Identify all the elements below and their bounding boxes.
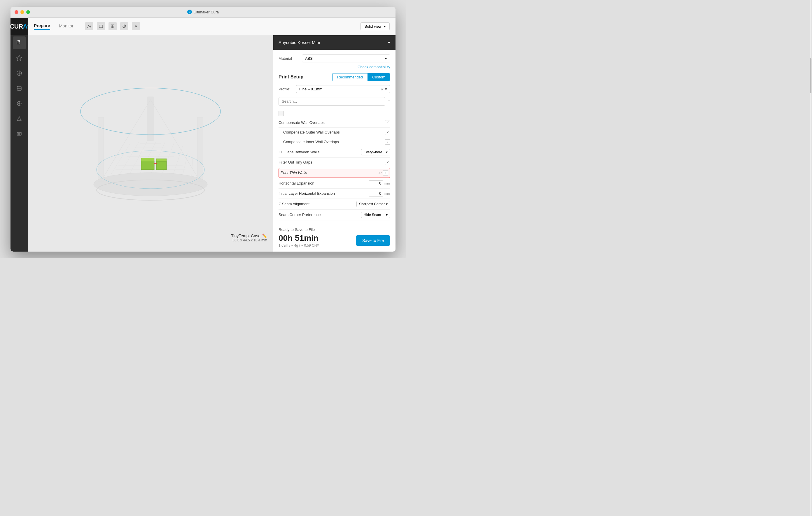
setting-row-z-seam: Z Seam Alignment Sharpest Corner ▾ bbox=[279, 199, 390, 210]
view-label: Solid view bbox=[364, 24, 381, 29]
search-input[interactable] bbox=[279, 97, 385, 105]
setting-name-init-layer-exp: Initial Layer Horizontal Expansion bbox=[279, 191, 369, 195]
search-row: ≡ bbox=[279, 97, 390, 105]
svg-rect-11 bbox=[17, 132, 21, 135]
print-setup-header: Print Setup Recommended Custom bbox=[279, 73, 390, 81]
sidebar-item-tool6[interactable] bbox=[13, 127, 26, 140]
setting-checkbox-comp-outer[interactable] bbox=[385, 130, 390, 135]
setting-checkbox-comp-inner[interactable] bbox=[385, 139, 390, 145]
sidebar-item-files[interactable] bbox=[13, 36, 26, 49]
check-compat-link[interactable]: Check compatibility bbox=[357, 65, 390, 69]
setting-row-seam-corner: Seam Corner Preference Hide Seam ▾ bbox=[279, 210, 390, 220]
sidebar-item-tool5[interactable] bbox=[13, 112, 26, 125]
titlebar: C Ultimaker Cura bbox=[10, 7, 396, 18]
sidebar-item-tool3[interactable] bbox=[13, 82, 26, 95]
window-controls bbox=[14, 10, 30, 14]
check-compat-row: Check compatibility bbox=[279, 65, 390, 69]
setting-row-horiz-exp: Horizontal Expansion mm bbox=[279, 178, 390, 189]
tab-recommended[interactable]: Recommended bbox=[332, 73, 368, 81]
svg-rect-43 bbox=[197, 117, 203, 181]
bottom-panel: Ready to Save to File 00h 51min 1.63m / … bbox=[273, 223, 396, 251]
star-icon: ☆ bbox=[380, 87, 384, 91]
profile-dropdown[interactable]: Fine – 0.1mm ☆ ▾ bbox=[296, 85, 390, 93]
setting-row-comp-outer: Compensate Outer Wall Overlaps bbox=[279, 128, 390, 137]
fill-gaps-value: Everywhere bbox=[364, 150, 382, 154]
group-checkbox[interactable] bbox=[279, 111, 284, 116]
printer-header: Anycubic Kossel Mini ▾ bbox=[273, 35, 396, 50]
setting-dropdown-seam-corner[interactable]: Hide Seam ▾ bbox=[361, 212, 390, 218]
z-seam-chevron-icon: ▾ bbox=[386, 202, 388, 206]
sidebar-item-tool4[interactable] bbox=[13, 97, 26, 110]
print-setup-title: Print Setup bbox=[279, 74, 303, 80]
edit-icon[interactable]: ✏️ bbox=[262, 234, 267, 238]
print-time: 00h 51min bbox=[279, 234, 319, 243]
setting-checkbox-print-thin[interactable] bbox=[383, 170, 388, 176]
tab-monitor[interactable]: Monitor bbox=[59, 23, 74, 29]
model-label: TinyTemp_Case ✏️ 65.8 x 44.5 x 10.4 mm bbox=[231, 234, 267, 242]
app-window: C Ultimaker Cura CURA● bbox=[10, 7, 396, 251]
printer-chevron-icon[interactable]: ▾ bbox=[388, 40, 390, 45]
setting-row-fill-gaps: Fill Gaps Between Walls Everywhere ▾ bbox=[279, 147, 390, 158]
material-label: Material bbox=[279, 56, 302, 61]
maximize-button[interactable] bbox=[26, 10, 30, 14]
sidebar-item-tool2[interactable] bbox=[13, 67, 26, 80]
tab-custom[interactable]: Custom bbox=[368, 73, 390, 81]
close-button[interactable] bbox=[14, 10, 18, 14]
model-name-text: TinyTemp_Case bbox=[231, 234, 260, 238]
setting-dropdown-fill-gaps[interactable]: Everywhere ▾ bbox=[361, 149, 390, 155]
svg-rect-14 bbox=[99, 25, 103, 28]
svg-rect-52 bbox=[154, 163, 156, 164]
z-seam-value: Sharpest Corner bbox=[359, 202, 385, 206]
sidebar-item-tool1[interactable] bbox=[13, 52, 26, 64]
toolbar-icon-5[interactable] bbox=[132, 22, 140, 30]
setting-name-horiz-exp: Horizontal Expansion bbox=[279, 181, 369, 185]
setting-row-filter-tiny: Filter Out Tiny Gaps bbox=[279, 158, 390, 167]
seam-corner-chevron-icon: ▾ bbox=[386, 213, 388, 217]
group-header-row bbox=[279, 110, 390, 118]
setting-checkbox-compensate-wall[interactable] bbox=[385, 120, 390, 125]
svg-rect-51 bbox=[156, 159, 167, 161]
fill-gaps-chevron-icon: ▾ bbox=[386, 150, 388, 154]
settings-list: Compensate Wall Overlaps Compensate Oute… bbox=[279, 118, 390, 220]
right-panel: Anycubic Kossel Mini ▾ Material ABS ▾ bbox=[273, 35, 396, 251]
material-value: ABS bbox=[305, 56, 313, 61]
minimize-button[interactable] bbox=[21, 10, 24, 14]
svg-rect-42 bbox=[98, 117, 104, 181]
setup-tabs: Recommended Custom bbox=[332, 73, 390, 81]
profile-label: Profile: bbox=[279, 87, 296, 91]
view-dropdown[interactable]: Solid view ▾ bbox=[360, 23, 390, 30]
material-chevron-icon: ▾ bbox=[385, 56, 387, 61]
setting-row-print-thin: Print Thin Walls ↩ bbox=[279, 168, 390, 178]
model-size: 65.8 x 44.5 x 10.4 mm bbox=[231, 238, 267, 242]
topbar: Prepare Monitor bbox=[28, 18, 396, 35]
sidebar: CURA● bbox=[10, 18, 28, 251]
tab-prepare[interactable]: Prepare bbox=[34, 23, 50, 30]
setting-input-horiz-exp[interactable] bbox=[369, 180, 383, 186]
svg-rect-50 bbox=[156, 161, 167, 170]
toolbar-icon-3[interactable] bbox=[109, 22, 117, 30]
ready-label: Ready to Save to File bbox=[279, 227, 390, 232]
app-icon: C bbox=[187, 10, 192, 14]
setting-input-init-layer-exp[interactable] bbox=[369, 191, 383, 196]
setting-number-horiz-exp: mm bbox=[369, 180, 390, 186]
setting-name-filter-tiny: Filter Out Tiny Gaps bbox=[279, 160, 385, 164]
setting-number-init-layer-exp: mm bbox=[369, 191, 390, 196]
profile-chevron-icon: ▾ bbox=[385, 87, 387, 91]
viewport[interactable]: TinyTemp_Case ✏️ 65.8 x 44.5 x 10.4 mm bbox=[28, 35, 273, 251]
setting-unit-init-layer-exp: mm bbox=[384, 192, 390, 195]
menu-icon[interactable]: ≡ bbox=[388, 98, 390, 104]
toolbar-icon-4[interactable] bbox=[120, 22, 128, 30]
setting-row-comp-inner: Compensate Inner Wall Overlaps bbox=[279, 137, 390, 147]
svg-rect-49 bbox=[141, 158, 154, 161]
toolbar-icon-2[interactable] bbox=[97, 22, 105, 30]
undo-icon[interactable]: ↩ bbox=[377, 170, 383, 176]
material-dropdown[interactable]: ABS ▾ bbox=[302, 55, 390, 62]
save-to-file-button[interactable]: Save to File bbox=[356, 235, 390, 246]
printer-name: Anycubic Kossel Mini bbox=[279, 40, 320, 45]
toolbar-icon-1[interactable] bbox=[85, 22, 93, 30]
setting-checkbox-filter-tiny[interactable] bbox=[385, 160, 390, 165]
panel-content: Material ABS ▾ Check compatibility Print… bbox=[273, 50, 396, 223]
setting-dropdown-z-seam[interactable]: Sharpest Corner ▾ bbox=[356, 201, 390, 207]
profile-value: Fine – 0.1mm bbox=[299, 87, 322, 91]
chevron-down-icon: ▾ bbox=[384, 24, 386, 29]
